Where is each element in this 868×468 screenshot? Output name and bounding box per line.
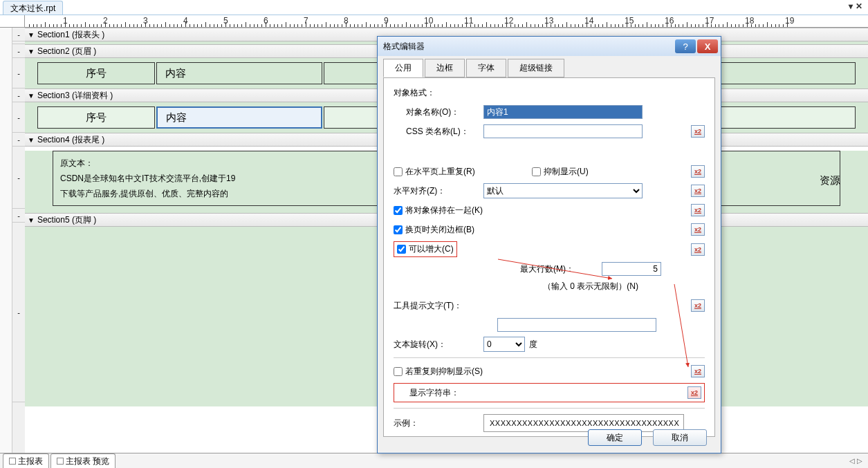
tab-border[interactable]: 边框 — [425, 59, 465, 77]
halign-formula-button[interactable]: x2 — [691, 185, 705, 197]
tab-hyperlink[interactable]: 超级链接 — [508, 59, 564, 77]
collapse-toggle[interactable]: - — [12, 88, 25, 102]
tooltip-label: 工具提示文字(T)： — [394, 300, 483, 312]
report-icon — [9, 458, 16, 465]
dialog-titlebar[interactable]: 格式编辑器 ? X — [378, 37, 721, 56]
header-col-content[interactable]: 内容 — [156, 62, 322, 84]
keep-formula-button[interactable]: x2 — [691, 204, 705, 216]
tooltip-formula-button[interactable]: x2 — [691, 299, 705, 312]
file-tab-bar: 文本过长.rpt ▾ ✕ — [0, 0, 868, 15]
collapse-toggle[interactable]: - — [12, 133, 25, 147]
collapse-toggle[interactable]: - — [12, 102, 25, 133]
tab-font[interactable]: 字体 — [466, 59, 506, 77]
can-grow-checkbox[interactable]: 可以增大(C) — [394, 241, 457, 257]
tab-common[interactable]: 公用 — [383, 59, 423, 77]
long-text-fragment: 资源 — [820, 174, 840, 187]
object-name-label: 对象名称(O)： — [394, 106, 483, 118]
tab-main-report[interactable]: 主报表 — [3, 453, 49, 469]
css-formula-button[interactable]: x2 — [691, 125, 705, 138]
close-button[interactable]: X — [697, 39, 718, 53]
preview-icon — [57, 458, 64, 465]
max-rows-label: 最大行数(M)： — [520, 263, 574, 275]
rotate-unit: 度 — [529, 339, 537, 350]
suppress-formula-button[interactable]: x2 — [691, 165, 705, 178]
dialog-panel: 对象格式： 对象名称(O)： CSS 类名称(L)： x2 在水平页上重复(R)… — [383, 77, 715, 437]
format-editor-dialog: 格式编辑器 ? X 公用 边框 字体 超级链接 对象格式： 对象名称(O)： C… — [377, 36, 721, 453]
dialog-tabs: 公用 边框 字体 超级链接 — [378, 56, 721, 77]
help-button[interactable]: ? — [675, 39, 696, 53]
max-rows-hint: （输入 0 表示无限制）(N) — [477, 281, 705, 292]
halign-label: 水平对齐(Z)： — [394, 185, 483, 197]
css-name-input[interactable] — [483, 124, 643, 138]
css-name-label: CSS 类名称(L)： — [394, 126, 483, 138]
file-tab[interactable]: 文本过长.rpt — [3, 1, 63, 15]
keep-together-checkbox[interactable]: 将对象保持在一起(K) — [394, 205, 483, 216]
collapse-toggle[interactable]: - — [12, 28, 25, 41]
rotate-label: 文本旋转(X)： — [394, 339, 483, 350]
collapse-toggle[interactable]: - — [12, 44, 25, 58]
halign-select[interactable]: 默认 — [483, 183, 643, 198]
tooltip-input[interactable] — [497, 318, 656, 332]
close-icon[interactable]: ✕ — [856, 1, 862, 11]
object-format-label: 对象格式： — [394, 87, 483, 99]
can-grow-formula-button[interactable]: x2 — [691, 243, 705, 256]
rotate-select[interactable]: 0 — [483, 337, 525, 352]
ok-button[interactable]: 确定 — [588, 429, 642, 446]
max-rows-input[interactable] — [602, 262, 661, 276]
header-col-seq[interactable]: 序号 — [37, 62, 155, 84]
detail-col-content-selected[interactable]: 内容 — [156, 106, 322, 129]
nav-arrows[interactable]: ◁ ▷ — [849, 457, 862, 465]
collapse-toggle[interactable]: - — [12, 147, 25, 209]
cancel-button[interactable]: 取消 — [653, 429, 707, 446]
bottom-tabs: 主报表 主报表 预览 ◁ ▷ — [0, 453, 868, 468]
show-string-formula-button[interactable]: x2 — [687, 386, 701, 399]
collapse-toggle[interactable]: - — [12, 209, 25, 223]
ruler: 12345678910111213141516171819 — [0, 15, 868, 28]
dropdown-icon[interactable]: ▾ — [849, 1, 853, 11]
close-border-formula-button[interactable]: x2 — [691, 223, 705, 236]
suppress-dup-checkbox[interactable]: 若重复则抑制显示(S) — [394, 366, 483, 377]
object-name-input[interactable] — [483, 105, 643, 119]
repeat-horiz-checkbox[interactable]: 在水平页上重复(R) — [394, 166, 532, 178]
collapse-toggle[interactable]: - — [12, 58, 25, 88]
detail-col-seq[interactable]: 序号 — [37, 106, 155, 129]
suppress-checkbox[interactable]: 抑制显示(U) — [532, 166, 589, 178]
show-string-label: 显示字符串： — [397, 387, 487, 399]
suppress-dup-formula-button[interactable]: x2 — [691, 365, 705, 377]
collapse-toggle[interactable]: - — [12, 223, 25, 402]
tab-main-report-preview[interactable]: 主报表 预览 — [50, 453, 116, 469]
sample-label: 示例： — [394, 418, 483, 429]
close-border-checkbox[interactable]: 换页时关闭边框(B) — [394, 224, 474, 236]
